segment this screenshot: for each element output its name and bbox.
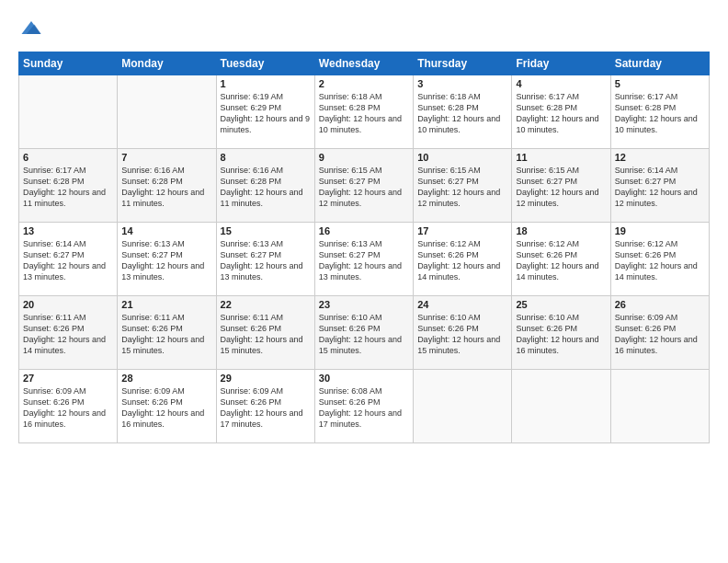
week-row-5: 27Sunrise: 6:09 AM Sunset: 6:26 PM Dayli… [19,370,710,443]
week-row-3: 13Sunrise: 6:14 AM Sunset: 6:27 PM Dayli… [19,223,710,296]
calendar-cell: 9Sunrise: 6:15 AM Sunset: 6:27 PM Daylig… [314,149,413,223]
calendar-cell: 21Sunrise: 6:11 AM Sunset: 6:26 PM Dayli… [118,296,216,370]
calendar-cell: 16Sunrise: 6:13 AM Sunset: 6:27 PM Dayli… [314,223,413,296]
day-info: Sunrise: 6:15 AM Sunset: 6:27 PM Dayligh… [319,165,409,210]
day-number: 14 [121,225,211,236]
day-info: Sunrise: 6:17 AM Sunset: 6:28 PM Dayligh… [23,165,113,210]
day-number: 22 [221,299,311,310]
day-number: 28 [121,373,211,384]
calendar-cell: 25Sunrise: 6:10 AM Sunset: 6:26 PM Dayli… [512,296,610,370]
week-row-1: 1Sunrise: 6:19 AM Sunset: 6:29 PM Daylig… [19,75,710,149]
day-number: 11 [516,152,606,163]
day-info: Sunrise: 6:16 AM Sunset: 6:28 PM Dayligh… [221,165,311,210]
page: SundayMondayTuesdayWednesdayThursdayFrid… [0,0,728,563]
calendar-cell [414,370,512,443]
day-info: Sunrise: 6:15 AM Sunset: 6:27 PM Dayligh… [417,165,507,210]
weekday-header-saturday: Saturday [610,52,709,75]
day-number: 24 [417,299,507,310]
calendar-cell: 20Sunrise: 6:11 AM Sunset: 6:26 PM Dayli… [19,296,118,370]
weekday-header-sunday: Sunday [19,52,118,75]
calendar-cell: 13Sunrise: 6:14 AM Sunset: 6:27 PM Dayli… [19,223,118,296]
day-info: Sunrise: 6:13 AM Sunset: 6:27 PM Dayligh… [121,238,211,283]
day-number: 18 [516,225,606,236]
day-info: Sunrise: 6:12 AM Sunset: 6:26 PM Dayligh… [417,238,507,283]
day-info: Sunrise: 6:10 AM Sunset: 6:26 PM Dayligh… [319,312,409,357]
calendar-table: SundayMondayTuesdayWednesdayThursdayFrid… [18,52,710,443]
calendar-cell: 24Sunrise: 6:10 AM Sunset: 6:26 PM Dayli… [414,296,512,370]
day-number: 10 [417,152,507,163]
day-info: Sunrise: 6:18 AM Sunset: 6:28 PM Dayligh… [417,91,507,136]
calendar-cell [118,75,216,149]
day-info: Sunrise: 6:11 AM Sunset: 6:26 PM Dayligh… [121,312,211,357]
calendar-cell: 29Sunrise: 6:09 AM Sunset: 6:26 PM Dayli… [216,370,314,443]
day-number: 15 [221,225,311,236]
calendar-cell: 19Sunrise: 6:12 AM Sunset: 6:26 PM Dayli… [610,223,709,296]
calendar-cell: 18Sunrise: 6:12 AM Sunset: 6:26 PM Dayli… [512,223,610,296]
day-info: Sunrise: 6:09 AM Sunset: 6:26 PM Dayligh… [121,385,211,431]
weekday-header-tuesday: Tuesday [216,52,314,75]
weekday-header-wednesday: Wednesday [314,52,413,75]
day-number: 7 [121,152,211,163]
day-number: 1 [221,78,311,89]
day-number: 29 [221,373,311,384]
day-number: 25 [516,299,606,310]
calendar-cell: 26Sunrise: 6:09 AM Sunset: 6:26 PM Dayli… [610,296,709,370]
calendar-cell: 23Sunrise: 6:10 AM Sunset: 6:26 PM Dayli… [314,296,413,370]
day-number: 23 [319,299,409,310]
day-info: Sunrise: 6:10 AM Sunset: 6:26 PM Dayligh… [516,312,606,357]
day-info: Sunrise: 6:15 AM Sunset: 6:27 PM Dayligh… [516,165,606,210]
day-info: Sunrise: 6:08 AM Sunset: 6:26 PM Dayligh… [319,385,409,431]
day-info: Sunrise: 6:09 AM Sunset: 6:26 PM Dayligh… [23,385,113,431]
calendar-cell [512,370,610,443]
day-number: 5 [615,78,705,89]
day-number: 12 [615,152,705,163]
weekday-header-thursday: Thursday [414,52,512,75]
calendar-cell: 27Sunrise: 6:09 AM Sunset: 6:26 PM Dayli… [19,370,118,443]
calendar-cell: 8Sunrise: 6:16 AM Sunset: 6:28 PM Daylig… [216,149,314,223]
day-number: 17 [417,225,507,236]
day-number: 13 [23,225,113,236]
day-info: Sunrise: 6:09 AM Sunset: 6:26 PM Dayligh… [221,385,311,431]
day-info: Sunrise: 6:16 AM Sunset: 6:28 PM Dayligh… [121,165,211,210]
day-number: 16 [319,225,409,236]
logo-icon [18,15,44,40]
day-number: 4 [516,78,606,89]
week-row-4: 20Sunrise: 6:11 AM Sunset: 6:26 PM Dayli… [19,296,710,370]
header [18,15,710,42]
day-info: Sunrise: 6:14 AM Sunset: 6:27 PM Dayligh… [23,238,113,283]
calendar-cell: 28Sunrise: 6:09 AM Sunset: 6:26 PM Dayli… [118,370,216,443]
day-info: Sunrise: 6:17 AM Sunset: 6:28 PM Dayligh… [516,91,606,136]
calendar-cell: 11Sunrise: 6:15 AM Sunset: 6:27 PM Dayli… [512,149,610,223]
calendar-cell: 2Sunrise: 6:18 AM Sunset: 6:28 PM Daylig… [314,75,413,149]
day-number: 19 [615,225,705,236]
calendar-cell: 1Sunrise: 6:19 AM Sunset: 6:29 PM Daylig… [216,75,314,149]
day-info: Sunrise: 6:13 AM Sunset: 6:27 PM Dayligh… [221,238,311,283]
calendar-cell: 7Sunrise: 6:16 AM Sunset: 6:28 PM Daylig… [118,149,216,223]
day-number: 2 [319,78,409,89]
calendar-cell: 6Sunrise: 6:17 AM Sunset: 6:28 PM Daylig… [19,149,118,223]
calendar-cell: 5Sunrise: 6:17 AM Sunset: 6:28 PM Daylig… [610,75,709,149]
calendar-cell: 12Sunrise: 6:14 AM Sunset: 6:27 PM Dayli… [610,149,709,223]
logo [18,15,46,42]
weekday-header-row: SundayMondayTuesdayWednesdayThursdayFrid… [19,52,710,75]
calendar-cell [610,370,709,443]
day-info: Sunrise: 6:12 AM Sunset: 6:26 PM Dayligh… [615,238,705,283]
day-number: 30 [319,373,409,384]
day-info: Sunrise: 6:12 AM Sunset: 6:26 PM Dayligh… [516,238,606,283]
day-number: 21 [121,299,211,310]
week-row-2: 6Sunrise: 6:17 AM Sunset: 6:28 PM Daylig… [19,149,710,223]
weekday-header-monday: Monday [118,52,216,75]
day-number: 26 [615,299,705,310]
day-info: Sunrise: 6:11 AM Sunset: 6:26 PM Dayligh… [221,312,311,357]
calendar-cell: 22Sunrise: 6:11 AM Sunset: 6:26 PM Dayli… [216,296,314,370]
calendar-cell [19,75,118,149]
day-info: Sunrise: 6:19 AM Sunset: 6:29 PM Dayligh… [221,91,311,136]
day-info: Sunrise: 6:10 AM Sunset: 6:26 PM Dayligh… [417,312,507,357]
calendar-cell: 10Sunrise: 6:15 AM Sunset: 6:27 PM Dayli… [414,149,512,223]
calendar-cell: 15Sunrise: 6:13 AM Sunset: 6:27 PM Dayli… [216,223,314,296]
day-info: Sunrise: 6:09 AM Sunset: 6:26 PM Dayligh… [615,312,705,357]
weekday-header-friday: Friday [512,52,610,75]
day-number: 6 [23,152,113,163]
day-info: Sunrise: 6:11 AM Sunset: 6:26 PM Dayligh… [23,312,113,357]
calendar-cell: 30Sunrise: 6:08 AM Sunset: 6:26 PM Dayli… [314,370,413,443]
